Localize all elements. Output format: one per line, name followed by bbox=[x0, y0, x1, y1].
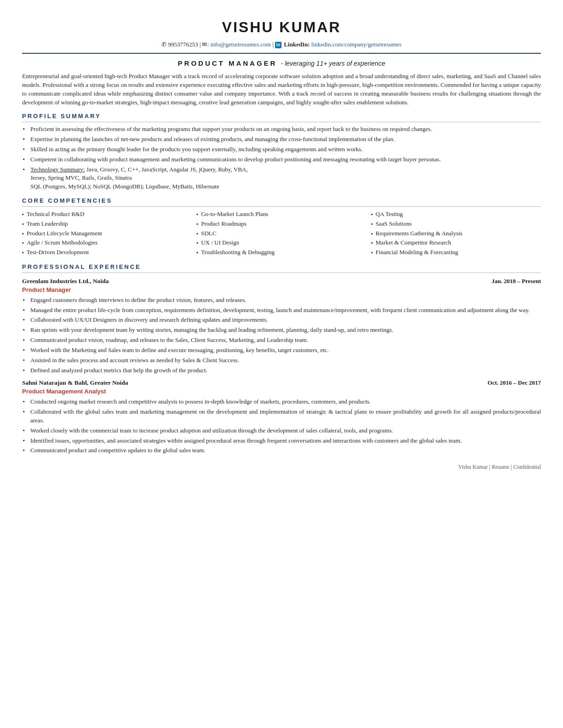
comp-item: ▪Product Lifecycle Management bbox=[22, 229, 192, 239]
list-item: Ran sprints with your development team b… bbox=[22, 326, 541, 335]
linkedin-icon: in bbox=[275, 42, 282, 48]
comp-item: ▪Market & Competitor Research bbox=[371, 238, 541, 248]
comp-item: ▪Agile / Scrum Methodologies bbox=[22, 238, 192, 248]
list-item: Managed the entire product life-cycle fr… bbox=[22, 306, 541, 315]
list-item: Assisted in the sales process and accoun… bbox=[22, 356, 541, 365]
comp-item: ▪SaaS Solutions bbox=[371, 219, 541, 229]
job-2-bullets: Conducted ongoing market research and co… bbox=[22, 398, 541, 455]
job-1-date: Jan. 2018 – Present bbox=[492, 277, 541, 286]
job-1-bullets: Engaged customers through interviews to … bbox=[22, 296, 541, 375]
list-item: Collaborated with UX/UI Designers in dis… bbox=[22, 316, 541, 324]
comp-item: ▪SDLC bbox=[196, 229, 366, 239]
list-item: Expertise in planning the launches of ne… bbox=[22, 135, 541, 144]
core-competencies-header: CORE COMPETENCIES bbox=[22, 197, 541, 207]
job-2-header-row: Sahni Natarajan & Bahl, Greater Noida Oc… bbox=[22, 378, 541, 387]
email-icon: ✉: bbox=[202, 41, 210, 48]
candidate-name: VISHU KUMAR bbox=[22, 17, 541, 38]
list-item: Identified issues, opportunities, and as… bbox=[22, 437, 541, 445]
comp-item: ▪Requirements Gathering & Analysis bbox=[371, 229, 541, 239]
list-item: Defined and analyzed product metrics tha… bbox=[22, 366, 541, 375]
comp-col-1: ▪Technical Product R&D ▪Team Leadership … bbox=[22, 210, 192, 257]
list-item: Proficient in assessing the effectivenes… bbox=[22, 125, 541, 134]
list-item: Engaged customers through interviews to … bbox=[22, 296, 541, 305]
list-item: Collaborated with the global sales team … bbox=[22, 408, 541, 425]
role-title-text: PRODUCT MANAGER bbox=[178, 59, 277, 67]
comp-item: ▪Technical Product R&D bbox=[22, 210, 192, 219]
list-item: Worked closely with the commercial team … bbox=[22, 427, 541, 435]
professional-experience-header: PROFESSIONAL EXPERIENCE bbox=[22, 263, 541, 273]
resume-footer: Vishu Kumar | Resume | Confidential bbox=[22, 463, 541, 471]
profile-summary-header: PROFILE SUMMARY bbox=[22, 112, 541, 122]
job-2-title: Product Management Analyst bbox=[22, 387, 541, 396]
linkedin-label: LinkedIn: bbox=[284, 41, 311, 48]
comp-item: ▪Go-to-Market Launch Plans bbox=[196, 210, 366, 219]
list-item: Conducted ongoing market research and co… bbox=[22, 398, 541, 406]
job-1-header-row: Greenlam Industries Ltd., Noida Jan. 201… bbox=[22, 277, 541, 286]
comp-col-3: ▪QA Testing ▪SaaS Solutions ▪Requirement… bbox=[371, 210, 541, 257]
phone-icon: ✆ bbox=[161, 41, 167, 48]
job-1-title: Product Manager bbox=[22, 286, 541, 295]
summary-paragraph: Entrepreneurial and goal-oriented high-t… bbox=[22, 72, 541, 107]
list-item: Technology Summary: Java, Groovy, C, C++… bbox=[22, 165, 541, 192]
list-item: Communicated product vision, roadmap, an… bbox=[22, 336, 541, 345]
list-item: Worked with the Marketing and Sales team… bbox=[22, 346, 541, 355]
job-2-company: Sahni Natarajan & Bahl, Greater Noida bbox=[22, 378, 128, 387]
header-divider bbox=[22, 53, 541, 54]
job-2-date: Oct. 2016 – Dec 2017 bbox=[488, 379, 541, 387]
email-link[interactable]: info@getsetresumes.com bbox=[210, 41, 270, 48]
comp-item: ▪Test-Driven Development bbox=[22, 248, 192, 257]
comp-col-2: ▪Go-to-Market Launch Plans ▪Product Road… bbox=[196, 210, 366, 257]
comp-item: ▪QA Testing bbox=[371, 210, 541, 219]
contact-info: ✆ 9953776253 | ✉: info@getsetresumes.com… bbox=[22, 40, 541, 49]
role-title: PRODUCT MANAGER - leveraging 11+ years o… bbox=[178, 59, 385, 67]
comp-item: ▪Team Leadership bbox=[22, 219, 192, 229]
list-item: Communicated product and competitive upd… bbox=[22, 446, 541, 455]
list-item: Competent in collaborating with product … bbox=[22, 155, 541, 164]
comp-item: ▪Financial Modeling & Forecasting bbox=[371, 248, 541, 257]
role-section: PRODUCT MANAGER - leveraging 11+ years o… bbox=[22, 58, 541, 68]
comp-item: ▪UX / UI Design bbox=[196, 238, 366, 248]
tech-summary-label: Technology Summary: bbox=[30, 166, 85, 173]
competencies-grid: ▪Technical Product R&D ▪Team Leadership … bbox=[22, 210, 541, 257]
profile-summary-list: Proficient in assessing the effectivenes… bbox=[22, 125, 541, 191]
comp-item: ▪Product Roadmaps bbox=[196, 219, 366, 229]
linkedin-link[interactable]: linkedin.com/company/getsetresumes bbox=[311, 41, 402, 48]
list-item: Skilled in acting as the primary thought… bbox=[22, 145, 541, 154]
resume-header: VISHU KUMAR ✆ 9953776253 | ✉: info@getse… bbox=[22, 17, 541, 54]
role-sub-text: - leveraging 11+ years of experience bbox=[281, 60, 385, 67]
job-1-company: Greenlam Industries Ltd., Noida bbox=[22, 277, 109, 286]
comp-item: ▪Troubleshooting & Debugging bbox=[196, 248, 366, 257]
phone-number: 9953776253 | bbox=[168, 41, 202, 48]
